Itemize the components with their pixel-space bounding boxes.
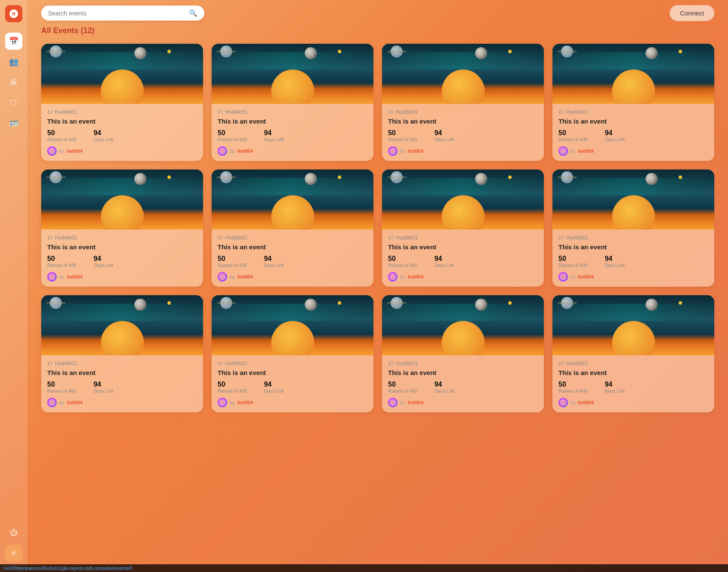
raised-label: Raised of 400	[388, 137, 417, 142]
saturn-icon	[387, 45, 406, 58]
card-body: 🏷 Huddle01 This is an event 50 Raised of…	[552, 355, 714, 412]
address-text: 0x0004	[408, 148, 424, 154]
raised-value: 50	[388, 129, 417, 137]
raised-stat: 50 Raised of 400	[47, 381, 76, 393]
card-stats: 50 Raised of 400 94 Days Left	[47, 381, 197, 393]
days-stat: 94 Days Left	[94, 255, 113, 268]
saturn-icon	[46, 297, 66, 309]
event-card[interactable]: 🏷 Huddle01 This is an event 50 Raised of…	[552, 44, 714, 161]
raised-stat: 50 Raised of 400	[388, 129, 417, 142]
tag-label: Huddle01	[55, 109, 77, 115]
days-value: 94	[605, 129, 625, 137]
address-text: 0x0004	[67, 148, 83, 154]
by-text: by	[400, 274, 405, 279]
tag-label: Huddle01	[396, 360, 418, 366]
card-stats: 50 Raised of 400 94 Days Left	[218, 129, 367, 142]
card-tag: 🏷 Huddle01	[388, 235, 538, 241]
raised-stat: 50 Raised of 400	[388, 381, 417, 393]
calendar-icon: 📅	[9, 36, 18, 46]
raised-stat: 50 Raised of 400	[218, 381, 247, 393]
sidebar-item-theme[interactable]: ☀	[5, 545, 22, 562]
tag-icon: 🏷	[47, 235, 52, 241]
card-body: 🏷 Huddle01 This is an event 50 Raised of…	[382, 230, 544, 287]
event-image	[552, 295, 714, 355]
card-footer: by 0x0004	[47, 398, 197, 407]
tag-label: Huddle01	[566, 109, 588, 115]
raised-label: Raised of 400	[388, 388, 417, 393]
event-card[interactable]: 🏷 Huddle01 This is an event 50 Raised of…	[41, 295, 203, 412]
tag-icon: 🏷	[558, 235, 564, 241]
event-card[interactable]: 🏷 Huddle01 This is an event 50 Raised of…	[41, 169, 203, 287]
card-tag: 🏷 Huddle01	[47, 109, 197, 115]
days-label: Days Left	[264, 137, 284, 142]
card-stats: 50 Raised of 400 94 Days Left	[558, 129, 708, 142]
event-card[interactable]: 🏷 Huddle01 This is an event 50 Raised of…	[382, 44, 544, 161]
event-image	[552, 44, 714, 104]
moon-icon	[134, 47, 146, 59]
avatar	[47, 146, 57, 156]
tag-icon: 🏷	[47, 109, 52, 115]
sidebar-item-bank[interactable]: 🏛	[5, 74, 22, 91]
event-card[interactable]: 🏷 Huddle01 This is an event 50 Raised of…	[552, 169, 714, 287]
sidebar-bottom: ⏻ ☀	[5, 524, 22, 567]
event-card[interactable]: 🏷 Huddle01 This is an event 50 Raised of…	[382, 169, 544, 287]
days-label: Days Left	[434, 263, 454, 268]
section-title: All Events (12)	[41, 26, 714, 35]
avatar	[558, 146, 568, 156]
card-footer: by 0x0004	[218, 398, 367, 407]
card-footer: by 0x0004	[558, 146, 708, 156]
days-stat: 94 Days Left	[264, 381, 284, 393]
dot-icon	[508, 176, 512, 179]
card-title: This is an event	[558, 118, 708, 125]
card-footer: by 0x0004	[388, 272, 538, 281]
saturn-icon	[558, 171, 577, 183]
search-input[interactable]	[48, 10, 185, 17]
raised-stat: 50 Raised of 400	[558, 129, 588, 142]
card-body: 🏷 Huddle01 This is an event 50 Raised of…	[552, 104, 714, 161]
card-body: 🏷 Huddle01 This is an event 50 Raised of…	[212, 355, 373, 412]
event-card[interactable]: 🏷 Huddle01 This is an event 50 Raised of…	[552, 295, 714, 412]
tag-icon: 🏷	[558, 109, 564, 115]
sidebar-item-power[interactable]: ⏻	[5, 524, 22, 541]
event-card[interactable]: 🏷 Huddle01 This is an event 50 Raised of…	[212, 44, 373, 161]
avatar	[218, 398, 227, 407]
sidebar-item-events[interactable]: 📅	[5, 33, 22, 50]
days-stat: 94 Days Left	[264, 129, 284, 142]
days-stat: 94 Days Left	[434, 255, 454, 268]
saturn-icon	[387, 297, 406, 309]
raised-label: Raised of 400	[218, 263, 247, 268]
saturn-icon	[558, 297, 577, 309]
event-image	[212, 169, 373, 230]
content-area: All Events (12) 🏷 Huddle01 This is an ev…	[27, 26, 728, 426]
days-value: 94	[434, 255, 454, 263]
moon-icon	[134, 173, 146, 185]
card-tag: 🏷 Huddle01	[388, 360, 538, 366]
card-stats: 50 Raised of 400 94 Days Left	[218, 381, 367, 393]
card-stats: 50 Raised of 400 94 Days Left	[218, 255, 367, 268]
moon-icon	[475, 47, 487, 59]
connect-button[interactable]: Connect	[670, 5, 714, 21]
avatar	[558, 272, 568, 281]
sidebar-item-id[interactable]: 🪪	[5, 115, 22, 132]
moon-icon	[475, 173, 487, 185]
sidebar-item-security[interactable]: 🛡	[5, 94, 22, 112]
days-value: 94	[264, 381, 284, 388]
avatar	[558, 398, 568, 407]
by-text: by	[570, 274, 576, 279]
sidebar-item-contacts[interactable]: 👥	[5, 53, 22, 70]
event-card[interactable]: 🏷 Huddle01 This is an event 50 Raised of…	[212, 295, 373, 412]
event-card[interactable]: 🏷 Huddle01 This is an event 50 Raised of…	[41, 44, 203, 161]
raised-label: Raised of 400	[218, 137, 247, 142]
power-icon: ⏻	[10, 528, 18, 537]
by-text: by	[400, 400, 405, 405]
moon-icon	[305, 173, 317, 185]
event-card[interactable]: 🏷 Huddle01 This is an event 50 Raised of…	[212, 169, 373, 287]
event-card[interactable]: 🏷 Huddle01 This is an event 50 Raised of…	[382, 295, 544, 412]
app-logo[interactable]	[5, 5, 22, 22]
dot-icon	[679, 176, 682, 179]
search-bar[interactable]: 🔍	[41, 6, 204, 21]
raised-label: Raised of 400	[558, 137, 588, 142]
by-text: by	[400, 148, 405, 154]
dot-icon	[167, 50, 171, 53]
raised-label: Raised of 400	[218, 388, 247, 393]
